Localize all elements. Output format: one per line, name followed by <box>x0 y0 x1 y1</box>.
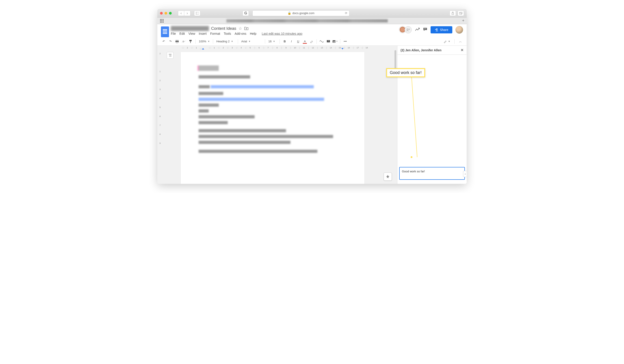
move-icon[interactable] <box>244 27 248 30</box>
content-redacted <box>199 115 255 118</box>
formatting-toolbar: ↶ ↷ A✓ 100%▼ Heading 2▼ Arial▼ 16▼ B I U… <box>157 37 467 46</box>
svg-rect-4 <box>459 13 462 15</box>
image-button[interactable]: ▼ <box>332 39 338 44</box>
svg-text:+: + <box>328 40 329 42</box>
highlight-button[interactable] <box>309 39 314 44</box>
zoom-select[interactable]: 100%▼ <box>198 40 211 43</box>
svg-rect-10 <box>176 40 178 41</box>
forward-button[interactable]: › <box>184 11 190 16</box>
menu-help[interactable]: Help <box>250 32 257 35</box>
browser-window: ‹ › G 🔒 docs.google.com ⟳ + <box>157 9 467 184</box>
close-icon[interactable]: ✕ <box>461 48 464 52</box>
menu-view[interactable]: View <box>188 32 195 35</box>
underline-button[interactable]: U <box>295 39 301 44</box>
svg-rect-12 <box>176 42 178 43</box>
annotation-callout: Good work so far! <box>386 68 425 77</box>
new-tab-button[interactable]: + <box>462 18 465 23</box>
chat-input[interactable]: Good work so far! <box>399 167 465 180</box>
add-comment-button[interactable]: + <box>326 39 331 44</box>
style-select[interactable]: Heading 2▼ <box>215 40 235 43</box>
anonymous-avatar[interactable] <box>405 26 412 33</box>
minimize-window-icon[interactable] <box>164 12 167 15</box>
document-area: 21123456789101112131415161718 <box>163 46 397 184</box>
svg-rect-13 <box>189 40 192 41</box>
back-button[interactable]: ‹ <box>178 11 184 16</box>
content-redacted <box>199 75 250 78</box>
activity-icon[interactable] <box>415 27 420 32</box>
bookmarks-bar: + <box>157 18 467 24</box>
content-redacted <box>199 104 219 107</box>
font-select[interactable]: Arial▼ <box>240 40 263 43</box>
print-button[interactable] <box>174 39 180 44</box>
apps-icon[interactable] <box>160 19 164 23</box>
collapse-toolbar-button[interactable]: ︿ <box>458 39 463 44</box>
spellcheck-button[interactable]: A✓ <box>181 39 186 44</box>
document-title[interactable]: Content Ideas <box>211 26 236 31</box>
account-avatar[interactable] <box>455 26 463 34</box>
content-redacted <box>199 135 333 138</box>
lock-icon: 🔒 <box>287 11 291 15</box>
outline-toggle[interactable] <box>167 52 174 59</box>
svg-rect-0 <box>196 12 199 15</box>
pencil-icon <box>443 40 447 43</box>
svg-rect-5 <box>460 12 462 14</box>
menu-tools[interactable]: Tools <box>224 32 231 35</box>
menu-edit[interactable]: Edit <box>180 32 185 35</box>
titlebar: ‹ › G 🔒 docs.google.com ⟳ <box>157 9 467 18</box>
content-redacted <box>199 141 290 144</box>
docs-header: Content Ideas ☆ File Edit View Insert Fo… <box>157 24 467 37</box>
menu-addons[interactable]: Add-ons <box>235 32 246 35</box>
window-controls <box>160 12 172 15</box>
main-area: 2123456789 21123456789101112131415161718 <box>157 46 467 184</box>
person-add-icon <box>435 28 438 31</box>
grammarly-button[interactable]: G <box>242 11 249 16</box>
explore-button[interactable] <box>384 173 392 181</box>
content-redacted <box>199 98 324 101</box>
maximize-window-icon[interactable] <box>169 12 172 15</box>
paint-format-button[interactable] <box>188 39 193 44</box>
svg-point-9 <box>436 28 438 30</box>
svg-rect-14 <box>190 41 191 43</box>
nav-buttons: ‹ › <box>178 11 190 16</box>
editing-mode-select[interactable]: ▼ <box>443 40 451 43</box>
close-window-icon[interactable] <box>160 12 163 15</box>
content-redacted <box>199 150 317 153</box>
side-panel-expand[interactable]: ‹ <box>463 171 467 177</box>
horizontal-ruler[interactable]: 21123456789101112131415161718 <box>163 46 397 50</box>
content-redacted <box>199 109 209 112</box>
annotation-pointer <box>411 76 417 157</box>
title-redacted <box>171 26 209 31</box>
bold-button[interactable]: B <box>282 39 287 44</box>
tabs-button[interactable] <box>458 11 464 16</box>
chat-header: (2) Jen Allen, Jennifer Allen ✕ <box>397 46 467 55</box>
document-page[interactable] <box>181 52 364 184</box>
content-redacted <box>199 65 219 71</box>
bookmarks-redacted <box>226 19 388 23</box>
url-text: docs.google.com <box>292 11 314 15</box>
fontsize-select[interactable]: 16▼ <box>267 40 277 43</box>
menu-format[interactable]: Format <box>210 32 220 35</box>
last-edit-link[interactable]: Last edit was 10 minutes ago <box>262 32 302 35</box>
chat-title: (2) Jen Allen, Jennifer Allen <box>401 49 442 52</box>
share-label: Share <box>440 28 448 32</box>
share-browser-button[interactable] <box>450 11 456 16</box>
link-button[interactable] <box>319 39 324 44</box>
chat-panel: (2) Jen Allen, Jennifer Allen ✕ Good wor… <box>397 46 467 184</box>
menu-file[interactable]: File <box>171 32 176 35</box>
docs-logo-icon[interactable] <box>161 26 169 37</box>
svg-point-6 <box>407 29 408 30</box>
reload-icon[interactable]: ⟳ <box>345 11 347 15</box>
content-redacted <box>199 129 286 132</box>
share-button[interactable]: Share <box>431 26 452 33</box>
italic-button[interactable]: I <box>289 39 294 44</box>
menu-insert[interactable]: Insert <box>199 32 207 35</box>
chat-body: Good work so far! Good work so far! <box>397 55 467 184</box>
sidebar-toggle[interactable] <box>194 11 200 16</box>
text-color-button[interactable]: A <box>302 39 308 44</box>
comments-icon[interactable] <box>423 27 427 32</box>
url-bar[interactable]: 🔒 docs.google.com ⟳ <box>252 10 349 16</box>
undo-button[interactable]: ↶ <box>161 39 166 44</box>
more-button[interactable]: ••• <box>342 39 348 44</box>
star-icon[interactable]: ☆ <box>238 26 242 31</box>
redo-button[interactable]: ↷ <box>168 39 173 44</box>
